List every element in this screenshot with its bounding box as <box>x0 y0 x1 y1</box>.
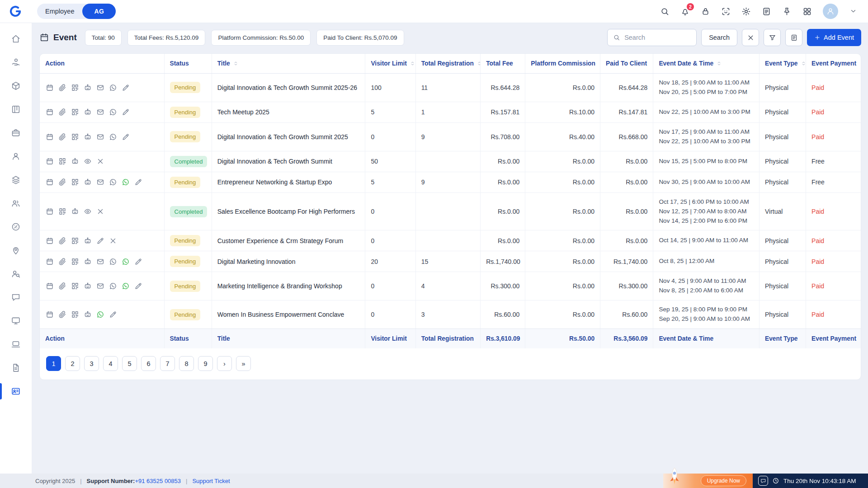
pencil-action-button[interactable] <box>121 83 130 92</box>
workspace-initials-tab[interactable]: AG <box>82 4 116 19</box>
page-button-5[interactable]: 5 <box>122 356 137 371</box>
page-button-4[interactable]: 4 <box>103 356 118 371</box>
pencil-action-button[interactable] <box>134 257 142 266</box>
robot-action-button[interactable] <box>83 132 92 141</box>
sort-icon[interactable] <box>801 61 806 66</box>
pencil-action-button[interactable] <box>108 310 117 319</box>
qr-action-button[interactable] <box>71 108 79 117</box>
whatsapp-action-button[interactable] <box>108 178 117 187</box>
calendar-action-button[interactable] <box>45 157 54 166</box>
clear-search-button[interactable] <box>742 29 759 46</box>
robot-action-button[interactable] <box>71 207 79 216</box>
qr-action-button[interactable] <box>71 178 79 187</box>
lock-button[interactable] <box>701 7 710 16</box>
mail-action-button[interactable] <box>96 83 104 92</box>
calendar-action-button[interactable] <box>45 83 54 92</box>
page-button-6[interactable]: 6 <box>141 356 156 371</box>
qr-action-button[interactable] <box>71 257 79 266</box>
filter-button[interactable] <box>764 29 781 46</box>
sidebar-item-locations[interactable] <box>0 239 32 262</box>
add-event-button[interactable]: Add Event <box>807 29 861 46</box>
qr-action-button[interactable] <box>71 310 79 319</box>
sidebar-item-training[interactable] <box>0 309 32 333</box>
paperclip-action-button[interactable] <box>58 178 66 187</box>
avatar[interactable] <box>823 4 838 19</box>
mail-action-button[interactable] <box>96 132 104 141</box>
robot-action-button[interactable] <box>83 257 92 266</box>
whatsapp-action-button[interactable] <box>108 83 117 92</box>
paperclip-action-button[interactable] <box>58 236 66 245</box>
calendar-action-button[interactable] <box>45 310 54 319</box>
whatsapp-green-action-button[interactable] <box>96 310 104 319</box>
paperclip-action-button[interactable] <box>58 310 66 319</box>
search-button[interactable]: Search <box>701 29 737 46</box>
column-header-event-type[interactable]: Event Type <box>759 54 806 74</box>
app-logo[interactable] <box>7 3 24 19</box>
page-button-1[interactable]: 1 <box>46 356 61 371</box>
x-action-button[interactable] <box>108 236 117 245</box>
sidebar-item-profile[interactable] <box>0 145 32 168</box>
paperclip-action-button[interactable] <box>58 83 66 92</box>
calendar-action-button[interactable] <box>45 108 54 117</box>
column-header-total-registration[interactable]: Total Registration <box>415 54 481 74</box>
robot-action-button[interactable] <box>83 310 92 319</box>
calendar-action-button[interactable] <box>45 132 54 141</box>
sidebar-item-devices[interactable] <box>0 333 32 356</box>
face-scan-button[interactable] <box>721 7 731 16</box>
sidebar-item-packages[interactable] <box>0 74 32 98</box>
whatsapp-green-action-button[interactable] <box>121 257 130 266</box>
whatsapp-green-action-button[interactable] <box>121 282 130 291</box>
calendar-action-button[interactable] <box>45 178 54 187</box>
sidebar-item-offers[interactable] <box>0 215 32 239</box>
column-header-visitor-limit[interactable]: Visitor Limit <box>365 54 415 74</box>
qr-action-button[interactable] <box>71 282 79 291</box>
robot-action-button[interactable] <box>83 282 92 291</box>
pencil-action-button[interactable] <box>134 282 142 291</box>
eye-action-button[interactable] <box>83 157 92 166</box>
settings-button[interactable] <box>741 7 751 16</box>
whatsapp-action-button[interactable] <box>108 108 117 117</box>
x-action-button[interactable] <box>96 207 104 216</box>
pencil-action-button[interactable] <box>134 178 142 187</box>
x-action-button[interactable] <box>96 157 104 166</box>
paperclip-action-button[interactable] <box>58 132 66 141</box>
sidebar-item-jobs[interactable] <box>0 121 32 145</box>
sidebar-item-candidates[interactable] <box>0 262 32 286</box>
support-number-link[interactable]: +91 63525 00853 <box>135 478 181 484</box>
table-scroll-area[interactable]: ActionStatusTitleVisitor LimitTotal Regi… <box>40 54 861 348</box>
sidebar-item-team[interactable] <box>0 192 32 215</box>
qr-action-button[interactable] <box>71 132 79 141</box>
sidebar-item-documents[interactable] <box>0 356 32 380</box>
sort-icon[interactable] <box>476 61 481 66</box>
sidebar-item-payments[interactable] <box>0 51 32 74</box>
robot-action-button[interactable] <box>83 236 92 245</box>
mail-action-button[interactable] <box>96 282 104 291</box>
profile-menu-button[interactable] <box>849 7 857 15</box>
last-page-button[interactable]: » <box>236 356 251 371</box>
qr-action-button[interactable] <box>58 157 66 166</box>
robot-action-button[interactable] <box>83 108 92 117</box>
apps-grid-button[interactable] <box>802 7 812 16</box>
robot-action-button[interactable] <box>83 83 92 92</box>
qr-action-button[interactable] <box>71 83 79 92</box>
upgrade-now-button[interactable]: Upgrade Now <box>701 475 746 486</box>
column-header-title[interactable]: Title <box>212 54 365 74</box>
mail-action-button[interactable] <box>96 257 104 266</box>
employee-tab[interactable]: Employee <box>37 4 82 19</box>
paperclip-action-button[interactable] <box>58 257 66 266</box>
search-input[interactable] <box>624 34 691 41</box>
topbar-search-button[interactable] <box>660 7 670 16</box>
page-button-8[interactable]: 8 <box>179 356 194 371</box>
page-button-3[interactable]: 3 <box>84 356 99 371</box>
paperclip-action-button[interactable] <box>58 282 66 291</box>
whatsapp-green-action-button[interactable] <box>121 178 130 187</box>
mail-action-button[interactable] <box>96 108 104 117</box>
notes-shortcut-button[interactable] <box>762 7 771 16</box>
robot-action-button[interactable] <box>71 157 79 166</box>
robot-action-button[interactable] <box>83 178 92 187</box>
sidebar-item-events[interactable] <box>0 380 32 403</box>
calendar-action-button[interactable] <box>45 236 54 245</box>
support-chat-button[interactable] <box>758 476 768 486</box>
sidebar-item-home[interactable] <box>0 27 32 51</box>
notifications-button[interactable]: 2 <box>680 7 690 16</box>
